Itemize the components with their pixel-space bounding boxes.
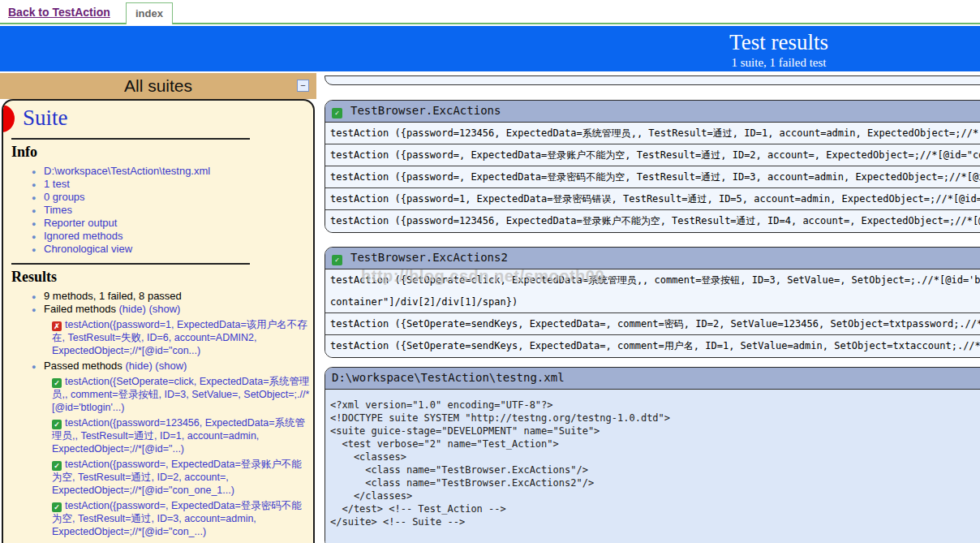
panel-header: ✓TestBrowser.ExcActions <box>325 101 980 123</box>
topbar: Back to TestAction index <box>0 0 980 24</box>
passed-icon: ✓ <box>332 255 342 265</box>
xml-line: <suite guice-stage="DEVELOPMENT" name="S… <box>330 424 980 437</box>
passed-method-link[interactable]: testAction({password=, ExpectedData=登录账户… <box>52 459 302 496</box>
failed-methods-label: Failed methods <box>44 303 116 315</box>
row-line: container"]/div[2]/div[1]/span}) <box>330 291 980 313</box>
suite-summary: 1 suite, 1 failed test <box>574 56 980 70</box>
test-class-panel-excactions: ✓TestBrowser.ExcActions testAction ({pas… <box>325 100 980 233</box>
row-line: testAction ({SetOperate=click, ExpectedD… <box>330 269 980 291</box>
xml-line: </classes> <box>330 489 980 502</box>
xml-line: <test verbose="2" name="Test_Action"> <box>330 437 980 450</box>
info-item-chronological-view: Chronological view <box>32 243 310 256</box>
info-item-groups: 0 groups <box>32 191 310 204</box>
results-list: 9 methods, 1 failed, 8 passed Failed met… <box>3 290 313 543</box>
test-method-row: testAction ({password=, ExpectedData=登录密… <box>325 166 980 188</box>
ignored-methods-link[interactable]: Ignored methods <box>44 230 123 242</box>
passed-method-link[interactable]: testAction({SetOperate=click, ExpectedDa… <box>52 376 310 413</box>
xml-line: </test> <!-- Test_Action --> <box>330 502 980 515</box>
collapse-button[interactable]: − <box>297 80 309 92</box>
groups-link[interactable]: 0 groups <box>44 191 85 203</box>
all-suites-title: All suites <box>124 76 192 95</box>
reporter-output-link[interactable]: Reporter output <box>44 217 117 229</box>
passed-method-link[interactable]: testAction({password=123456, ExpectedDat… <box>52 417 305 455</box>
xml-source: <?xml version="1.0" encoding="UTF-8"?> <… <box>325 390 980 543</box>
chronological-view-link[interactable]: Chronological view <box>44 243 132 255</box>
test-method-row: testAction ({SetOperate=sendKeys, Expect… <box>325 313 980 335</box>
main-content: ✓TestBrowser.ExcActions testAction ({pas… <box>325 73 980 543</box>
passed-method-entry: ✓testAction({password=123456, ExpectedDa… <box>52 416 310 455</box>
page-title: Test results <box>574 30 980 55</box>
back-to-testaction-link[interactable]: Back to TestAction <box>8 6 110 19</box>
results-banner: Test results 1 suite, 1 failed test <box>0 26 980 71</box>
info-item-reporter-output: Reporter output <box>32 217 310 230</box>
times-link[interactable]: Times <box>44 204 72 216</box>
passed-method-entry: ✓testAction({SetOperate=click, ExpectedD… <box>52 375 310 414</box>
failed-hide-link[interactable]: (hide) <box>119 303 146 315</box>
divider <box>11 263 250 265</box>
methods-summary: 9 methods, 1 failed, 8 passed <box>32 290 310 303</box>
xml-line: <class name="TestBrowser.ExcActions2"/> <box>330 476 980 489</box>
xml-line: <class name="TestBrowser.ExcActions"/> <box>330 463 980 476</box>
testng-xml-link[interactable]: D:\workspace\TestAction\testng.xml <box>44 165 210 177</box>
results-heading: Results <box>11 269 313 286</box>
test-method-row: testAction ({password=, ExpectedData=登录账… <box>325 144 980 166</box>
divider <box>11 138 250 140</box>
passed-hide-link[interactable]: (hide) <box>125 360 152 372</box>
test-class-panel-excactions2: ✓TestBrowser.ExcActions2 testAction ({Se… <box>325 247 980 358</box>
failed-show-link[interactable]: (show) <box>148 303 180 315</box>
tests-link[interactable]: 1 test <box>44 178 70 190</box>
xml-line: <classes> <box>330 450 980 463</box>
tab-index[interactable]: index <box>126 2 173 24</box>
previous-panel-stub <box>325 75 980 85</box>
passed-method-entry: ✓testAction({password=, ExpectedData=登录密… <box>52 499 310 538</box>
xml-line: </suite> <!-- Suite --> <box>330 515 980 528</box>
info-item-testng-xml: D:\workspace\TestAction\testng.xml <box>32 165 310 178</box>
info-item-times: Times <box>32 204 310 217</box>
passed-icon: ✓ <box>332 108 342 119</box>
passed-icon: ✓ <box>52 378 62 388</box>
failed-methods-section: Failed methods (hide) (show) ✗testAction… <box>32 303 310 357</box>
passed-icon: ✓ <box>52 502 62 512</box>
passed-icon: ✓ <box>52 420 62 429</box>
info-list: D:\workspace\TestAction\testng.xml 1 tes… <box>3 165 313 256</box>
passed-method-entry: ✓testAction({password=, ExpectedData=登录账… <box>52 458 310 497</box>
test-method-row: testAction ({password=123456, ExpectedDa… <box>325 123 980 144</box>
suite-accent-icon <box>2 105 15 132</box>
failed-icon: ✗ <box>52 321 62 331</box>
testng-xml-panel: D:\workspace\TestAction\testng.xml <?xml… <box>325 367 980 543</box>
info-heading: Info <box>11 144 313 161</box>
test-method-row: testAction ({SetOperate=click, ExpectedD… <box>325 269 980 313</box>
test-method-row: testAction ({password=1, ExpectedData=登录… <box>325 188 980 210</box>
failed-method-entry: ✗testAction({password=1, ExpectedData=该用… <box>52 318 310 357</box>
suite-title: Suite <box>23 106 313 131</box>
xml-line: <!DOCTYPE suite SYSTEM "http://testng.or… <box>330 412 980 424</box>
xml-file-path: D:\workspace\TestAction\testng.xml <box>332 371 565 384</box>
test-method-row: testAction ({password=123456, ExpectedDa… <box>325 210 980 232</box>
class-name: TestBrowser.ExcActions <box>350 104 501 117</box>
xml-line: <?xml version="1.0" encoding="UTF-8"?> <box>330 399 980 412</box>
methods-summary-text: 9 methods, 1 failed, 8 passed <box>44 290 182 302</box>
passed-methods-section: Passed methods (hide) (show) ✓testAction… <box>32 360 310 543</box>
passed-show-link[interactable]: (show) <box>155 360 187 372</box>
panel-header: ✓TestBrowser.ExcActions2 <box>325 248 980 269</box>
passed-methods-label: Passed methods <box>44 360 122 372</box>
info-item-ignored-methods: Ignored methods <box>32 230 310 243</box>
panel-header: D:\workspace\TestAction\testng.xml <box>325 368 980 390</box>
class-name: TestBrowser.ExcActions2 <box>350 251 508 264</box>
failed-method-link[interactable]: testAction({password=1, ExpectedData=该用户… <box>52 319 307 356</box>
test-method-row: testAction ({SetOperate=sendKeys, Expect… <box>325 335 980 357</box>
all-suites-header: All suites − <box>0 73 316 99</box>
passed-icon: ✓ <box>52 461 62 471</box>
sidebar: All suites − Suite Info D:\workspace\Tes… <box>0 73 316 543</box>
info-item-tests: 1 test <box>32 178 310 191</box>
passed-method-link[interactable]: testAction({password=, ExpectedData=登录密码… <box>52 500 302 537</box>
suite-panel: Suite Info D:\workspace\TestAction\testn… <box>2 99 315 543</box>
